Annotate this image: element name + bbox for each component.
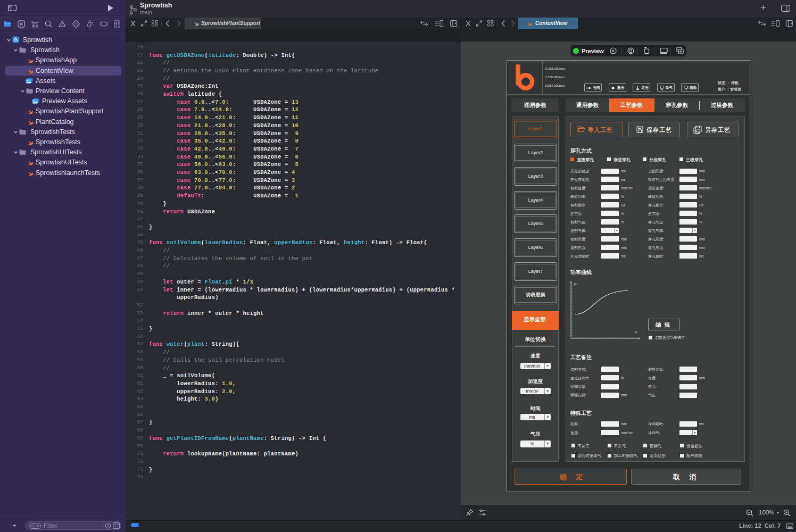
svg-text:F: F	[635, 330, 637, 334]
svg-text:P: P	[574, 282, 577, 286]
